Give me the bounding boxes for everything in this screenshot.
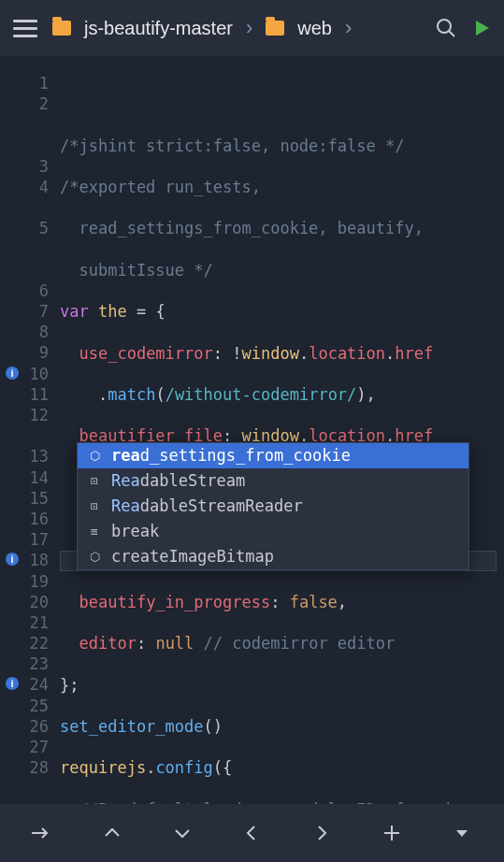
line-number: 10 bbox=[30, 365, 49, 383]
code-token bbox=[60, 261, 79, 280]
line-number: 27 bbox=[30, 738, 49, 756]
bottom-toolbar bbox=[0, 804, 504, 862]
code-area[interactable]: /*jshint strict:false, node:false */ /*e… bbox=[60, 73, 504, 804]
folder-icon bbox=[52, 21, 71, 36]
line-number: 9 bbox=[39, 343, 49, 362]
line-gutter: 1 2 3 4 5 6 7 8 9 i10 11 12 13 14 15 16 … bbox=[0, 73, 60, 804]
line-number: 24 bbox=[30, 675, 49, 694]
line-number: 15 bbox=[30, 489, 49, 508]
play-icon[interactable] bbox=[470, 17, 493, 39]
autocomplete-item[interactable]: ⬡ read_settings_from_cookie bbox=[78, 443, 468, 468]
line-number: 28 bbox=[30, 758, 49, 777]
symbol-icon: ⊡ bbox=[87, 494, 102, 519]
folder-icon bbox=[266, 21, 284, 36]
line-number: 25 bbox=[30, 697, 49, 715]
top-toolbar: js-beautify-master › web › bbox=[0, 0, 504, 56]
line-number: 13 bbox=[30, 447, 49, 466]
symbol-icon: ⊡ bbox=[87, 468, 102, 494]
autocomplete-item[interactable]: ⬡ createImageBitmap bbox=[78, 544, 468, 569]
line-number: 17 bbox=[30, 530, 49, 549]
line-number: 20 bbox=[30, 593, 49, 611]
line-number: 16 bbox=[30, 510, 49, 528]
code-token: /*jshint strict:false, node:false */ bbox=[60, 136, 404, 155]
line-number: 3 bbox=[39, 157, 49, 176]
code-editor[interactable]: 1 2 3 4 5 6 7 8 9 i10 11 12 13 14 15 16 … bbox=[0, 56, 504, 804]
svg-line-1 bbox=[449, 31, 454, 36]
up-icon[interactable] bbox=[94, 814, 131, 852]
line-number: 18 bbox=[30, 551, 49, 569]
chevron-right-icon: › bbox=[246, 16, 252, 40]
info-marker-icon[interactable]: i bbox=[6, 553, 19, 566]
autocomplete-item[interactable]: ⊡ ReadableStream bbox=[78, 468, 468, 494]
search-icon[interactable] bbox=[435, 17, 457, 39]
line-number: 8 bbox=[39, 323, 49, 341]
svg-marker-6 bbox=[456, 830, 468, 837]
svg-point-0 bbox=[438, 20, 451, 33]
tab-icon[interactable] bbox=[23, 814, 61, 852]
plus-icon[interactable] bbox=[373, 814, 410, 852]
line-number: 4 bbox=[39, 178, 49, 196]
breadcrumb-current[interactable]: web bbox=[297, 18, 332, 39]
symbol-icon: ≡ bbox=[87, 519, 102, 544]
chevron-right-icon: › bbox=[345, 16, 352, 40]
line-number: 23 bbox=[30, 654, 49, 673]
menu-icon[interactable] bbox=[11, 14, 39, 43]
down-icon[interactable] bbox=[164, 814, 201, 852]
symbol-icon: ⬡ bbox=[87, 443, 102, 468]
symbol-icon: ⬡ bbox=[87, 544, 102, 569]
line-number: 1 bbox=[39, 74, 49, 93]
line-number: 2 bbox=[39, 94, 49, 113]
line-number: 5 bbox=[39, 219, 49, 237]
line-number: 6 bbox=[39, 281, 49, 300]
line-number: 19 bbox=[30, 572, 49, 591]
autocomplete-item[interactable]: ⊡ ReadableStreamReader bbox=[78, 494, 468, 519]
line-number: 14 bbox=[30, 468, 49, 487]
info-marker-icon[interactable]: i bbox=[6, 677, 19, 690]
line-number: 12 bbox=[30, 406, 49, 424]
line-number: 7 bbox=[39, 302, 49, 321]
line-number: 26 bbox=[30, 717, 49, 736]
code-token bbox=[60, 219, 79, 237]
line-number: 22 bbox=[30, 634, 49, 653]
line-number: 11 bbox=[30, 385, 49, 404]
dropdown-icon[interactable] bbox=[443, 814, 481, 852]
autocomplete-popup: ⬡ read_settings_from_cookie ⊡ ReadableSt… bbox=[77, 442, 469, 570]
info-marker-icon[interactable]: i bbox=[6, 366, 19, 380]
autocomplete-item[interactable]: ≡ break bbox=[78, 519, 468, 544]
breadcrumb-parent[interactable]: js-beautify-master bbox=[84, 18, 233, 39]
right-icon[interactable] bbox=[303, 814, 340, 852]
left-icon[interactable] bbox=[233, 814, 270, 852]
line-number: 21 bbox=[30, 613, 49, 632]
code-token: /*exported run_tests, bbox=[60, 178, 261, 196]
svg-marker-2 bbox=[476, 21, 489, 36]
